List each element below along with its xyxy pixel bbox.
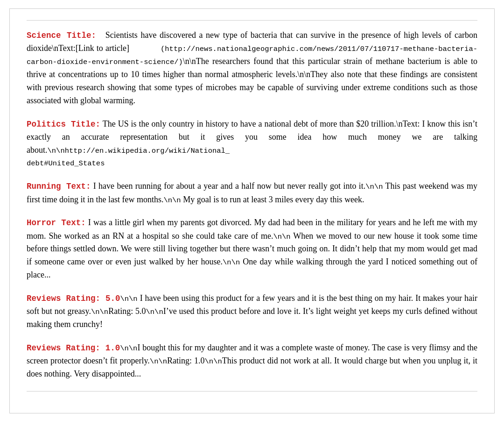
bottom-divider	[27, 391, 477, 391]
running-escape2: \n\n	[163, 196, 181, 205]
reviews-5-section: Reviews Rating: 5.0\n\n I have been usin…	[27, 292, 477, 331]
politics-url: \n\nhttp://en.wikipedia.org/wiki/Nationa…	[27, 147, 230, 168]
top-divider	[27, 20, 477, 21]
reviews-1-label: Reviews Rating: 1.0	[27, 343, 120, 353]
science-section: Science Title: Scientists have discovere…	[27, 29, 477, 107]
science-label: Science Title:	[27, 31, 96, 40]
science-url: (http://news.nationalgeographic.com/news…	[27, 45, 477, 66]
reviews-1-escape1: \n\n	[120, 344, 137, 353]
horror-text: I was a little girl when my parents got …	[27, 218, 477, 279]
politics-section: Politics Title: The US is the only count…	[27, 118, 477, 170]
reviews-1-section: Reviews Rating: 1.0\n\nI bought this for…	[27, 341, 477, 381]
horror-escape1: \n\n	[273, 233, 290, 241]
reviews-5-escape3: \n\n	[146, 308, 163, 316]
reviews-5-escape1: \n\n	[120, 295, 137, 303]
running-text: I have been running for about a year and…	[27, 181, 477, 204]
reviews-1-escape3: \n\n	[205, 357, 222, 366]
reviews-5-label: Reviews Rating: 5.0	[27, 294, 120, 303]
reviews-5-escape2: \n\n	[91, 308, 108, 316]
running-section: Running Text: I have been running for ab…	[27, 180, 477, 206]
horror-label: Horror Text:	[27, 218, 86, 228]
running-label: Running Text:	[27, 182, 91, 191]
horror-escape2: \n\n	[223, 258, 240, 267]
running-escape1: \n\n	[365, 183, 383, 191]
horror-section: Horror Text: I was a little girl when my…	[27, 216, 477, 282]
page-container: Science Title: Scientists have discovere…	[9, 8, 495, 413]
reviews-1-escape2: \n\n	[150, 357, 167, 366]
science-text: Scientists have discovered a new type of…	[27, 30, 477, 105]
politics-label: Politics Title:	[27, 120, 100, 129]
